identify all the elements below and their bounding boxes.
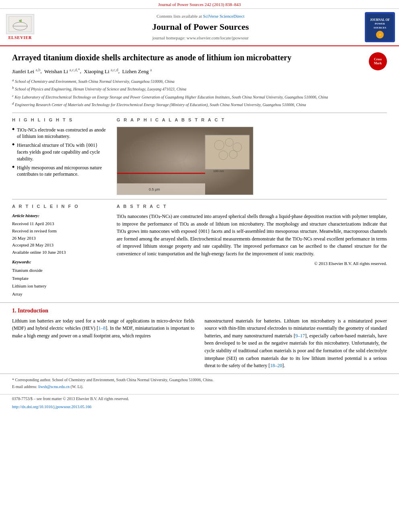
journal-center: Contents lists available at SciVerse Sci… — [40, 13, 361, 41]
affiliation-d: d Engineering Research Center of Materia… — [12, 101, 387, 108]
svg-text:0.5 μm: 0.5 μm — [149, 187, 160, 191]
journal-title: Journal of Power Sources — [40, 21, 361, 33]
page-wrapper: Journal of Power Sources 242 (2013) 838–… — [0, 0, 399, 412]
sciverse-link: Contents lists available at SciVerse Sci… — [40, 13, 361, 19]
sciverse-anchor[interactable]: SciVerse ScienceDirect — [203, 14, 245, 18]
issn-text: 0378-7753/$ – see front matter © 2013 El… — [12, 396, 129, 402]
doi-link[interactable]: http://dx.doi.org/10.1016/j.jpowsour.201… — [12, 405, 91, 409]
graphical-abstract-heading: G R A P H I C A L A B S T R A C T — [117, 117, 387, 123]
elsevier-logo: 🌿 ELSEVIER — [4, 14, 36, 41]
intro-two-col: Lithium ion batteries are today used for… — [12, 317, 387, 370]
affiliations: a School of Chemistry and Environment, S… — [12, 78, 387, 108]
ref-18-20[interactable]: 18–20 — [270, 363, 282, 368]
highlights-graphical-row: H I G H L I G H T S TiO₂-NCs electrode w… — [12, 113, 387, 195]
elsevier-brand: ELSEVIER — [8, 35, 32, 41]
graphical-abstract-col: G R A P H I C A L A B S T R A C T — [117, 117, 387, 195]
article-info-heading: A R T I C L E I N F O — [12, 203, 109, 210]
highlights-list: TiO₂-NCs electrode was constructed as an… — [12, 127, 109, 178]
email-link[interactable]: liwsh@scnu.edu.cn — [38, 384, 70, 389]
article-history-label: Article history: — [12, 213, 109, 219]
abstract-col: A B S T R A C T TiO₂ nanocones (TiO₂-NCs… — [117, 203, 387, 298]
svg-text:JOURNAL OF: JOURNAL OF — [370, 18, 390, 22]
revised-date: Received in revised formReceived in revi… — [12, 228, 109, 242]
accepted-date: Accepted 28 May 2013 — [12, 242, 109, 249]
intro-left-text: Lithium ion batteries are today used for… — [12, 317, 195, 340]
article-history: Received 11 April 2013 Received in revis… — [12, 220, 109, 256]
intro-right: nanostructured materials for batteries. … — [205, 317, 387, 370]
article-area: Arrayed titanium dioxide shells architec… — [0, 46, 399, 302]
page-footer: 0378-7753/$ – see front matter © 2013 El… — [0, 394, 399, 403]
svg-text:⚡: ⚡ — [378, 33, 382, 37]
highlight-item-2: Hierarchical structure of TiO₂ with {001… — [12, 142, 109, 162]
intro-right-text: nanostructured materials for batteries. … — [205, 317, 387, 370]
ref-9-17[interactable]: 9–17 — [295, 333, 305, 339]
graphical-abstract-image: 0.5 μm 100 nm — [117, 127, 253, 195]
author-1: Jianfei Lei a,b — [12, 68, 40, 74]
intro-left: Lithium ion batteries are today used for… — [12, 317, 195, 370]
svg-text:100 nm: 100 nm — [213, 169, 224, 173]
received-date: Received 11 April 2013 — [12, 220, 109, 228]
author-3: Xiaoping Li a,c,d — [84, 68, 118, 74]
top-bar: Journal of Power Sources 242 (2013) 838–… — [0, 0, 399, 9]
footnote-area: * Corresponding author. School of Chemis… — [0, 374, 399, 394]
keyword-4: Array — [12, 290, 109, 298]
svg-rect-27 — [117, 183, 205, 195]
email-note: E-mail address: liwsh@scnu.edu.cn (W. Li… — [12, 384, 387, 390]
corresponding-author-note: * Corresponding author. School of Chemis… — [12, 377, 387, 383]
abstract-img-placeholder: 0.5 μm 100 nm — [117, 127, 253, 195]
svg-text:POWER: POWER — [375, 22, 385, 25]
highlights-heading: H I G H L I G H T S — [12, 117, 109, 123]
keywords-section: Keywords: Titanium dioxide Template Lith… — [12, 259, 109, 298]
elsevier-logo-image: 🌿 — [6, 14, 34, 34]
authors-line: Jianfei Lei a,b, Weishan Li a,c,d,*, Xia… — [12, 67, 387, 75]
svg-rect-20 — [205, 135, 249, 169]
article-info-abstract-row: A R T I C L E I N F O Article history: R… — [12, 199, 387, 298]
copyright-notice: © 2013 Elsevier B.V. All rights reserved… — [117, 260, 387, 267]
keyword-1: Titanium dioxide — [12, 267, 109, 275]
author-2: Weishan Li a,c,d,* — [44, 68, 80, 74]
keywords-label: Keywords: — [12, 259, 109, 265]
article-title: Arrayed titanium dioxide shells architec… — [12, 52, 387, 63]
introduction-title: 1. Introduction — [12, 308, 48, 314]
keyword-2: Template — [12, 275, 109, 283]
affiliation-a: a School of Chemistry and Environment, S… — [12, 78, 387, 84]
abstract-text: TiO₂ nanocones (TiO₂-NCs) are constructe… — [117, 213, 387, 267]
highlight-item-1: TiO₂-NCs electrode was constructed as an… — [12, 127, 109, 140]
article-info-col: A R T I C L E I N F O Article history: R… — [12, 203, 109, 298]
keyword-3: Lithium ion battery — [12, 282, 109, 290]
highlight-item-3: Highly mesoporous and microporous nature… — [12, 164, 109, 178]
author-4: Lizhen Zeng a — [122, 68, 152, 74]
article-history-section: Article history: Received 11 April 2013 … — [12, 213, 109, 256]
journal-logo-image: JOURNAL OF POWER SOURCES ⚡ — [365, 12, 395, 42]
journal-header: 🌿 ELSEVIER Contents lists available at S… — [0, 9, 399, 46]
highlights-col: H I G H L I G H T S TiO₂-NCs electrode w… — [12, 117, 109, 195]
affiliation-c: c Key Laboratory of Electrochemical Tech… — [12, 93, 387, 100]
introduction-section: 1. Introduction Lithium ion batteries ar… — [0, 302, 399, 374]
ref-1-8[interactable]: 1–8 — [99, 325, 106, 331]
journal-homepage: journal homepage: www.elsevier.com/locat… — [40, 35, 361, 41]
affiliation-b: b School of Physics and Engineering, Hen… — [12, 85, 387, 92]
abstract-heading: A B S T R A C T — [117, 203, 387, 210]
svg-text:SOURCES: SOURCES — [374, 26, 387, 29]
available-date: Available online 10 June 2013 — [12, 249, 109, 256]
journal-citation: Journal of Power Sources 242 (2013) 838–… — [158, 2, 241, 7]
